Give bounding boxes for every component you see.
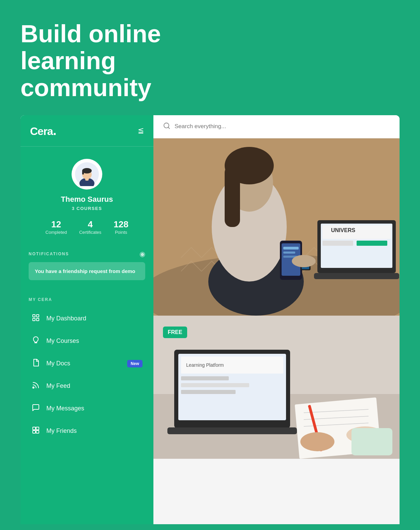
photo-section: UNIVERS FREE: [153, 138, 400, 524]
logo: Cera.: [30, 123, 56, 138]
stat-certificates: 4 Certificates: [79, 219, 101, 235]
photo-bottom-strip: FREE Learning Platform: [153, 316, 400, 459]
stat-points-number: 128: [114, 219, 128, 230]
svg-rect-7: [36, 315, 39, 317]
search-icon: [163, 122, 170, 131]
notification-text: You have a friendship request from demo: [35, 268, 135, 274]
svg-rect-47: [181, 383, 249, 387]
svg-rect-13: [36, 427, 39, 430]
stat-completed-label: Completed: [45, 230, 67, 235]
svg-rect-24: [225, 166, 240, 227]
messages-icon: [31, 404, 40, 414]
svg-rect-35: [357, 241, 387, 246]
svg-rect-6: [33, 315, 35, 317]
profile-name: Themo Saurus: [61, 195, 113, 204]
svg-rect-14: [33, 430, 35, 433]
search-bar: [153, 115, 400, 138]
sidebar-item-dashboard[interactable]: My Dashboard: [29, 308, 145, 329]
svg-rect-5: [82, 170, 84, 175]
svg-rect-46: [181, 376, 229, 380]
stat-completed-number: 12: [51, 219, 61, 230]
new-badge: New: [127, 360, 142, 367]
stat-completed: 12 Completed: [45, 219, 67, 235]
notifications-title: NOTIFICATIONS: [29, 252, 69, 256]
photo-placeholder-bottom: Learning Platform: [153, 316, 400, 459]
hamburger-icon[interactable]: ≦: [138, 126, 144, 135]
app-container: Cera. ≦: [20, 115, 400, 524]
svg-point-11: [33, 387, 34, 388]
dashboard-icon: [31, 314, 40, 324]
stats-row: 12 Completed 4 Certificates 128 Points: [45, 219, 128, 235]
svg-rect-57: [351, 428, 392, 455]
sidebar-item-feed-label: My Feed: [46, 382, 142, 390]
close-circle-icon[interactable]: ◉: [139, 250, 145, 258]
hero-section: Build online learning community: [0, 0, 420, 115]
svg-text:Learning Platform: Learning Platform: [186, 362, 224, 368]
stat-certificates-number: 4: [88, 219, 93, 230]
stat-points: 128 Points: [114, 219, 128, 235]
svg-point-55: [300, 432, 334, 451]
notifications-section: NOTIFICATIONS ◉ You have a friendship re…: [20, 244, 153, 289]
svg-point-39: [292, 255, 316, 267]
svg-rect-36: [314, 273, 399, 279]
sidebar-item-friends-label: My Friends: [46, 427, 142, 435]
sidebar: Cera. ≦: [20, 115, 153, 524]
svg-line-17: [168, 127, 169, 128]
sidebar-item-friends[interactable]: My Friends: [29, 421, 145, 442]
sidebar-item-courses-label: My Courses: [46, 337, 142, 345]
svg-rect-34: [322, 241, 353, 246]
svg-text:UNIVERS: UNIVERS: [331, 227, 355, 233]
svg-rect-8: [33, 318, 35, 321]
svg-rect-28: [283, 252, 295, 254]
sidebar-item-messages[interactable]: My Messages: [29, 398, 145, 419]
my-cera-section: MY CERA My Dashboard: [20, 289, 153, 443]
sidebar-item-docs-label: My Docs: [46, 360, 121, 367]
main-content: UNIVERS FREE: [153, 115, 400, 524]
search-input[interactable]: [175, 123, 390, 130]
svg-rect-49: [167, 427, 297, 434]
svg-rect-15: [36, 430, 39, 433]
svg-rect-12: [33, 427, 35, 430]
sidebar-item-dashboard-label: My Dashboard: [46, 315, 142, 322]
my-cera-label: MY CERA: [29, 297, 145, 302]
courses-icon: [31, 336, 40, 346]
svg-rect-27: [283, 247, 299, 249]
docs-icon: [31, 359, 40, 369]
stat-certificates-label: Certificates: [79, 230, 101, 235]
notification-card: You have a friendship request from demo: [29, 262, 145, 280]
feed-icon: [31, 381, 40, 391]
profile-section: Themo Saurus 3 COURSES 12 Completed 4 Ce…: [20, 147, 153, 244]
notifications-header: NOTIFICATIONS ◉: [29, 250, 145, 258]
sidebar-item-docs[interactable]: My Docs New: [29, 353, 145, 374]
friends-icon: [31, 426, 40, 436]
profile-courses-label: 3 COURSES: [72, 206, 102, 211]
svg-rect-9: [36, 318, 39, 321]
sidebar-header: Cera. ≦: [20, 115, 153, 147]
stat-points-label: Points: [115, 230, 127, 235]
avatar: [72, 159, 102, 190]
photo-top: UNIVERS: [153, 138, 400, 316]
free-badge: FREE: [163, 327, 187, 338]
hero-title: Build online learning community: [20, 20, 225, 102]
sidebar-item-feed[interactable]: My Feed: [29, 376, 145, 397]
sidebar-item-courses[interactable]: My Courses: [29, 331, 145, 352]
photo-placeholder-top: UNIVERS: [153, 138, 400, 316]
sidebar-item-messages-label: My Messages: [46, 405, 142, 412]
svg-rect-48: [181, 390, 236, 394]
